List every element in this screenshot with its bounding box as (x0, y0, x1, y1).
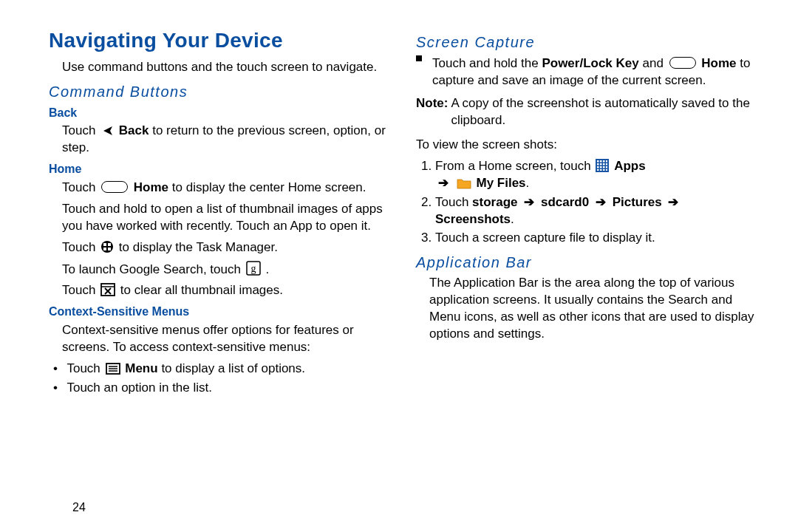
svg-rect-3 (108, 243, 111, 246)
section-screen-capture: Screen Capture (416, 33, 760, 52)
svg-rect-29 (597, 169, 599, 171)
home-p4-b: . (265, 262, 269, 276)
home-p5-a: Touch (62, 283, 99, 297)
home-p4-a: To launch Google Search, touch (62, 262, 245, 276)
step2-end: . (511, 212, 514, 226)
back-arrow-icon (100, 125, 114, 137)
back-text-a: Touch (62, 123, 99, 137)
svg-rect-18 (600, 160, 602, 163)
ctx-paragraph: Context-sensitive menus offer options fo… (62, 322, 392, 356)
sc-bullet: Touch and hold the Power/Lock Key and Ho… (416, 55, 760, 89)
svg-rect-23 (603, 163, 605, 166)
step2-screenshots: Screenshots (435, 212, 511, 226)
svg-point-1 (101, 241, 113, 253)
bullet-dot-icon: • (52, 380, 59, 397)
sc-view-intro: To view the screen shots: (416, 137, 760, 154)
ctx-b1-a: Touch (66, 361, 103, 375)
svg-text:g: g (250, 263, 256, 274)
apps-label: Apps (614, 159, 646, 173)
task-manager-icon (100, 240, 114, 253)
home-p2: Touch and hold to open a list of thumbna… (62, 201, 392, 235)
clear-thumbnails-icon (100, 283, 115, 296)
home-p1: Touch Home to display the center Home sc… (62, 180, 392, 197)
step2-a: Touch (435, 195, 472, 209)
home-p5-b: to clear all thumbnail images. (120, 283, 283, 297)
home-p1-b: to display the center Home screen. (172, 180, 366, 194)
note-body: A copy of the screenshot is automaticall… (451, 95, 760, 129)
apps-grid-icon (596, 159, 609, 172)
back-label: Back (119, 123, 149, 137)
svg-rect-31 (603, 169, 605, 171)
sc-text-mid: and (642, 56, 666, 70)
arrow-icon: ➔ (524, 195, 534, 209)
svg-rect-8 (101, 284, 115, 296)
sc-text-a: Touch and hold the (432, 56, 542, 70)
svg-rect-5 (108, 248, 111, 250)
note-label: Note: (416, 95, 451, 129)
arrow-icon: ➔ (668, 195, 678, 209)
svg-rect-27 (603, 166, 605, 168)
ctx-b1-b: to display a list of options. (161, 361, 305, 375)
ctx-bullet-2: • Touch an option in the list. (52, 380, 392, 397)
svg-rect-22 (600, 163, 602, 166)
step-2: Touch storage ➔ sdcard0 ➔ Pictures ➔ Scr… (435, 194, 760, 228)
svg-rect-24 (606, 163, 607, 166)
myfiles-label: My Files (476, 176, 525, 190)
step2-pictures: Pictures (613, 195, 662, 209)
home-key-icon (101, 181, 128, 193)
sub-back: Back (49, 105, 392, 121)
svg-rect-2 (103, 243, 106, 246)
sub-context-menus: Context-Sensitive Menus (49, 304, 392, 320)
ctx-b2-text: Touch an option in the list. (66, 381, 212, 395)
svg-rect-21 (597, 163, 599, 166)
home-label: Home (134, 180, 168, 194)
intro-text: Use command buttons and the touch screen… (62, 59, 392, 76)
home-p3: Touch to display the Task Manager. (62, 239, 392, 256)
section-command-buttons: Command Buttons (49, 82, 392, 102)
sc-home-label: Home (701, 56, 736, 70)
menu-icon (106, 363, 120, 375)
note-row: Note: A copy of the screenshot is automa… (416, 95, 760, 129)
arrow-icon: ➔ (596, 195, 606, 209)
svg-rect-19 (603, 160, 605, 163)
power-lock-key: Power/Lock Key (542, 56, 638, 70)
step2-sdcard: sdcard0 (541, 195, 589, 209)
svg-marker-0 (103, 126, 112, 135)
svg-rect-20 (606, 160, 607, 163)
menu-label: Menu (125, 361, 157, 375)
svg-rect-17 (597, 160, 599, 163)
svg-rect-4 (103, 248, 106, 250)
appbar-paragraph: The Application Bar is the area along th… (429, 275, 760, 343)
bullet-dot-icon: • (52, 361, 59, 378)
home-p5: Touch to clear all thumbnail images. (62, 282, 392, 299)
square-bullet-icon (416, 55, 422, 61)
step1-a: From a Home screen, touch (435, 159, 594, 173)
svg-rect-26 (600, 166, 602, 168)
home-p4: To launch Google Search, touch g . (62, 261, 392, 279)
steps-list: From a Home screen, touch Apps ➔ (416, 158, 760, 248)
ctx-bullet-1: • Touch Menu to display a list of option… (52, 361, 392, 378)
arrow-icon: ➔ (438, 176, 449, 190)
step-3: Touch a screen capture file to display i… (435, 230, 760, 247)
svg-rect-32 (606, 169, 607, 171)
svg-rect-25 (597, 166, 599, 168)
folder-icon (457, 177, 471, 189)
step1-end: . (526, 176, 530, 190)
step2-storage: storage (472, 195, 517, 209)
home-key-icon (669, 57, 696, 69)
home-p3-b: to display the Task Manager. (119, 240, 278, 254)
page-number: 24 (72, 501, 86, 514)
back-paragraph: Touch Back to return to the previous scr… (62, 123, 392, 157)
step-1: From a Home screen, touch Apps ➔ (435, 158, 760, 192)
section-application-bar: Application Bar (416, 253, 760, 273)
svg-rect-30 (600, 169, 602, 171)
home-p3-a: Touch (62, 240, 99, 254)
sub-home: Home (49, 161, 392, 177)
google-search-icon: g (246, 261, 261, 276)
home-p1-a: Touch (62, 180, 99, 194)
svg-rect-28 (606, 166, 607, 168)
page-title: Navigating Your Device (49, 27, 392, 55)
